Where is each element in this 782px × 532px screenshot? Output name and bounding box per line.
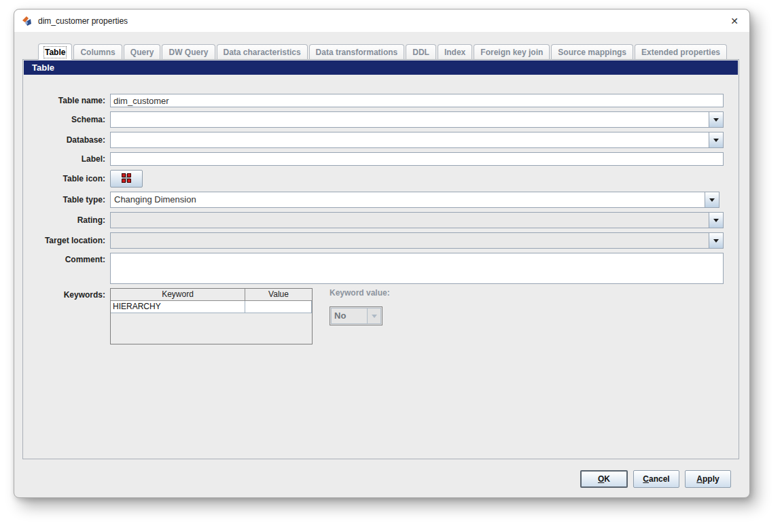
comment-row: Comment:: [23, 253, 739, 284]
table-row[interactable]: HIERARCHY: [111, 301, 312, 313]
tab-foreign-key-join[interactable]: Foreign key join: [474, 44, 550, 59]
database-row: Database:: [23, 132, 739, 148]
schema-value: [111, 112, 709, 127]
value-cell[interactable]: [245, 301, 312, 313]
comment-textarea[interactable]: [110, 253, 724, 284]
value-column-header[interactable]: Value: [245, 289, 312, 301]
keyword-value-label: Keyword value:: [330, 288, 390, 298]
chevron-down-icon[interactable]: [709, 112, 723, 127]
tab-ddl[interactable]: DDL: [406, 44, 436, 59]
comment-label: Comment:: [23, 253, 110, 264]
cancel-button[interactable]: Cancel: [633, 470, 679, 488]
table-icon-button[interactable]: [110, 170, 143, 188]
keyword-value-value: No: [331, 308, 368, 324]
table-form: Table name: Schema: Database:: [23, 75, 739, 344]
dialog-body: Table Columns Query DW Query Data charac…: [14, 32, 749, 498]
tab-table[interactable]: Table: [38, 43, 72, 60]
table-name-row: Table name:: [23, 94, 739, 107]
keywords-label: Keywords:: [23, 288, 110, 300]
ok-button[interactable]: OK: [580, 470, 628, 488]
tab-columns[interactable]: Columns: [73, 44, 122, 59]
apply-button[interactable]: Apply: [685, 470, 731, 488]
keywords-table[interactable]: Keyword Value HIERARCHY: [110, 288, 313, 344]
rating-label: Rating:: [23, 215, 110, 225]
table-name-label: Table name:: [23, 96, 110, 105]
label-label: Label:: [23, 154, 110, 164]
table-type-label: Table type:: [23, 195, 110, 205]
window-title: dim_customer properties: [38, 16, 128, 26]
dimension-table-icon: [120, 172, 132, 186]
tab-extended-properties[interactable]: Extended properties: [635, 44, 727, 59]
tab-bar: Table Columns Query DW Query Data charac…: [38, 43, 727, 59]
target-location-label: Target location:: [23, 236, 110, 245]
keywords-row: Keywords: Keyword Value HIERARCHY Keywor…: [23, 288, 739, 344]
tab-query[interactable]: Query: [124, 44, 161, 59]
target-location-value: [111, 233, 709, 248]
database-value: [111, 132, 709, 147]
app-icon: [22, 16, 33, 26]
schema-label: Schema:: [23, 115, 110, 124]
dialog-button-bar: OK Cancel Apply: [580, 470, 731, 488]
chevron-down-icon: [368, 308, 381, 324]
schema-row: Schema:: [23, 111, 739, 128]
database-label: Database:: [23, 135, 110, 145]
table-type-row: Table type: Changing Dimension: [23, 192, 739, 208]
label-row: Label:: [23, 152, 739, 166]
table-icon-label: Table icon:: [23, 174, 110, 183]
tab-data-transformations[interactable]: Data transformations: [309, 44, 405, 59]
keyword-cell[interactable]: HIERARCHY: [111, 301, 245, 313]
table-type-combobox[interactable]: Changing Dimension: [110, 192, 719, 208]
keyword-value-combobox: No: [330, 306, 383, 325]
rating-value: [111, 213, 709, 228]
keywords-table-header: Keyword Value: [111, 289, 312, 301]
target-location-combobox[interactable]: [110, 232, 724, 249]
chevron-down-icon[interactable]: [709, 132, 723, 147]
table-type-value: Changing Dimension: [111, 192, 705, 207]
keyword-value-group: Keyword value: No: [330, 288, 390, 325]
database-combobox[interactable]: [110, 132, 724, 148]
properties-dialog: dim_customer properties ✕ Table Columns …: [14, 9, 750, 498]
tab-source-mappings[interactable]: Source mappings: [551, 44, 633, 59]
rating-combobox[interactable]: [110, 212, 724, 228]
chevron-down-icon[interactable]: [709, 213, 723, 228]
section-header: Table: [24, 60, 738, 75]
table-tab-panel: Table Table name: Schema: Database:: [22, 59, 739, 459]
tab-dw-query[interactable]: DW Query: [162, 44, 215, 59]
close-icon[interactable]: ✕: [719, 10, 749, 32]
tab-data-characteristics[interactable]: Data characteristics: [217, 44, 308, 59]
chevron-down-icon[interactable]: [705, 192, 719, 207]
keyword-column-header[interactable]: Keyword: [111, 289, 245, 301]
chevron-down-icon[interactable]: [709, 233, 723, 248]
titlebar[interactable]: dim_customer properties ✕: [14, 10, 749, 32]
schema-combobox[interactable]: [110, 111, 724, 128]
tab-index[interactable]: Index: [438, 44, 472, 59]
table-icon-row: Table icon:: [23, 170, 739, 188]
label-input[interactable]: [110, 152, 724, 166]
target-location-row: Target location:: [23, 232, 739, 249]
rating-row: Rating:: [23, 212, 739, 228]
table-name-input[interactable]: [110, 94, 724, 107]
